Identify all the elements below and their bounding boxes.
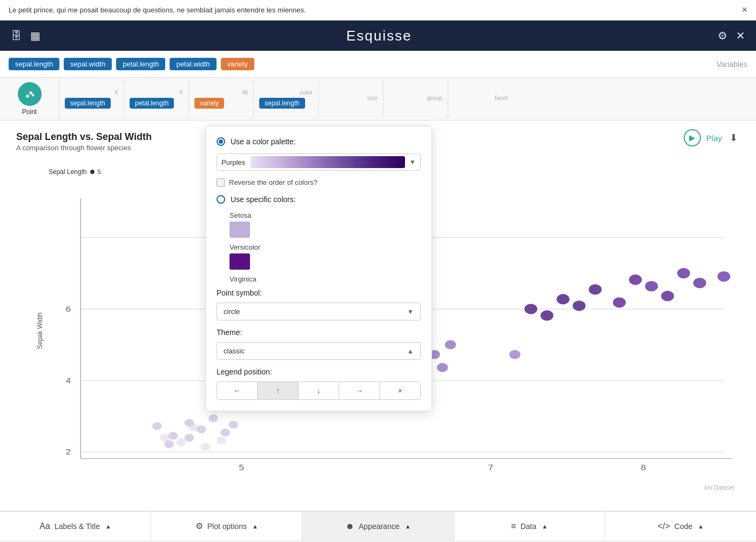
use-specific-colors-row: Use specific colors:: [217, 195, 421, 204]
var-tag-sepal-width[interactable]: sepal.width: [64, 58, 112, 70]
slot-x-label: X: [114, 89, 118, 96]
versicolor-color-box[interactable]: [230, 253, 250, 270]
geom-selector[interactable]: Point: [0, 78, 59, 120]
data-caret: ▲: [542, 523, 548, 530]
legend-title: Sepal Length: [49, 168, 87, 176]
slot-color[interactable]: color sepal.length: [254, 80, 319, 118]
svg-point-46: [629, 275, 642, 285]
slot-fill[interactable]: fill variety: [189, 80, 254, 118]
versicolor-name: Versicolor: [230, 243, 421, 251]
reverse-colors-row: Reverse the order of colors?: [217, 178, 421, 186]
palette-dropdown-icon: ▼: [409, 158, 416, 166]
svg-point-21: [184, 434, 194, 441]
radio-color-palette[interactable]: [217, 137, 225, 146]
svg-point-36: [188, 424, 198, 431]
slot-y-tag[interactable]: petal.length: [130, 98, 174, 109]
var-tag-petal-width[interactable]: petal.width: [170, 58, 216, 70]
appearance-icon: ☻: [345, 521, 354, 531]
var-tag-variety[interactable]: variety: [221, 58, 254, 70]
svg-point-34: [445, 340, 456, 350]
palette-swatch: [251, 156, 405, 168]
legend-btn-down[interactable]: ↓: [299, 382, 339, 399]
code-icon: </>: [658, 521, 670, 531]
point-symbol-arrow: ▼: [407, 308, 414, 316]
virginica-name: Virginica: [230, 275, 421, 283]
var-tag-sepal-length[interactable]: sepal.length: [9, 58, 59, 70]
svg-point-35: [160, 434, 170, 441]
svg-point-1: [29, 91, 32, 95]
variables-bar: sepal.length sepal.width petal.length pe…: [0, 51, 756, 78]
tab-plot-options[interactable]: ⚙ Plot options ▲: [151, 512, 302, 540]
plot-options-caret: ▲: [252, 523, 258, 530]
slot-group[interactable]: group: [383, 80, 448, 118]
mapping-slots: X sepal.length Y petal.length fill varie…: [59, 78, 756, 120]
y-axis-label: Sepak Width: [36, 312, 44, 349]
mapping-bar: Point X sepal.length Y petal.length fill…: [0, 78, 756, 121]
svg-point-44: [589, 284, 602, 295]
specific-colors-label: Use specific colors:: [231, 195, 296, 204]
legend-value: 5: [98, 169, 101, 175]
theme-dropdown[interactable]: classic ▲: [217, 342, 421, 360]
plot-options-icon: ⚙: [195, 521, 203, 531]
radio-specific-colors[interactable]: [217, 195, 225, 204]
slot-y[interactable]: Y petal.length: [124, 80, 189, 118]
point-symbol-dropdown[interactable]: circle ▼: [217, 303, 421, 320]
slot-facet[interactable]: facet: [448, 80, 513, 118]
slot-color-tag[interactable]: sepal.length: [259, 98, 305, 109]
tab-data[interactable]: ≡ Data ▲: [454, 512, 605, 540]
legend-btn-none[interactable]: ×: [380, 382, 420, 399]
svg-point-38: [200, 443, 210, 451]
palette-selector[interactable]: Purples ▼: [217, 153, 421, 171]
labels-icon: Aa: [39, 521, 50, 531]
tab-code[interactable]: </> Code ▲: [605, 512, 756, 540]
legend-btn-left[interactable]: ←: [217, 382, 258, 399]
svg-point-42: [557, 294, 570, 304]
tab-appearance-label: Appearance: [359, 522, 400, 531]
svg-point-2: [31, 94, 34, 97]
top-banner: Le petit prince, qui me posait beaucoup …: [0, 0, 756, 21]
svg-point-41: [541, 310, 554, 320]
svg-point-15: [152, 422, 162, 430]
close-icon[interactable]: ✕: [736, 29, 745, 42]
slot-x-tag[interactable]: sepal.length: [65, 98, 111, 109]
setosa-color-box[interactable]: [230, 222, 250, 238]
tab-labels-label: Labels & Title: [55, 522, 100, 531]
species-setosa: Setosa: [230, 211, 421, 238]
slot-x[interactable]: X sepal.length: [59, 80, 124, 118]
tab-labels-title[interactable]: Aa Labels & Title ▲: [0, 512, 151, 540]
play-button[interactable]: ▶: [684, 129, 701, 146]
theme-label: Theme:: [217, 328, 421, 337]
palette-name: Purples: [221, 158, 245, 166]
code-caret: ▲: [698, 523, 704, 530]
theme-arrow: ▲: [407, 347, 414, 355]
tab-appearance[interactable]: ☻ Appearance ▲: [302, 512, 454, 540]
database-icon[interactable]: 🗄: [11, 30, 22, 42]
bottom-bar: Aa Labels & Title ▲ ⚙ Plot options ▲ ☻ A…: [0, 511, 756, 540]
svg-point-20: [220, 429, 230, 436]
svg-point-47: [645, 281, 658, 291]
banner-text: Le petit prince, qui me posait beaucoup …: [9, 6, 306, 14]
var-tag-petal-length[interactable]: petal.length: [116, 58, 165, 70]
gear-icon[interactable]: ⚙: [718, 29, 727, 42]
legend-btn-up[interactable]: ↑: [258, 382, 298, 399]
svg-point-0: [26, 95, 29, 98]
use-color-palette-row: Use a color palette:: [217, 137, 421, 146]
svg-point-51: [718, 271, 731, 282]
main-area: Sepal Length vs. Sepal Width A compariso…: [0, 121, 756, 511]
color-palette-label: Use a color palette:: [231, 137, 296, 146]
slot-fill-tag[interactable]: variety: [194, 98, 224, 109]
legend-btn-right[interactable]: →: [339, 382, 380, 399]
geom-label: Point: [22, 108, 37, 116]
geom-icon: [18, 82, 42, 106]
appearance-caret: ▲: [405, 523, 411, 530]
svg-point-49: [677, 268, 690, 278]
app-title: Esquisse: [346, 28, 412, 44]
header: 🗄 ▦ Esquisse ⚙ ✕: [0, 21, 756, 51]
labels-caret: ▲: [105, 523, 111, 530]
table-icon[interactable]: ▦: [30, 29, 40, 42]
download-button[interactable]: ⬇: [727, 130, 740, 146]
banner-close[interactable]: ×: [741, 4, 747, 16]
svg-point-45: [613, 297, 626, 307]
reverse-checkbox[interactable]: [217, 178, 225, 186]
slot-size[interactable]: size: [319, 80, 383, 118]
